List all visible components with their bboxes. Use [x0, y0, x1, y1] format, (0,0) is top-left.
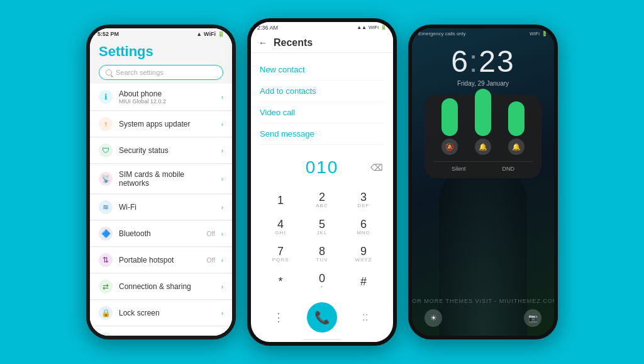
- keypad: 1 2ABC 3DEF 4GHI 5JKL 6MNO 7PQRS 8TUV 9W…: [251, 184, 393, 297]
- settings-list: ℹ About phone MIUI Global 12.0.2 › ↑ Sys…: [90, 84, 232, 336]
- key-7[interactable]: 7PQRS: [260, 241, 301, 268]
- key-4[interactable]: 4GHI: [260, 213, 301, 241]
- settings-item-system[interactable]: ↑ System apps updater ›: [90, 111, 232, 137]
- vol-icon-2: 🔔: [475, 139, 491, 155]
- vol-bar-2[interactable]: [475, 89, 491, 136]
- wifi-arrow: ›: [221, 204, 223, 211]
- vol-mode-silent[interactable]: Silent: [452, 166, 466, 172]
- recents-add-contact[interactable]: Add to contacts: [260, 81, 384, 102]
- key-star[interactable]: *: [260, 268, 301, 295]
- vol-bar-3-wrap: 🔔: [508, 101, 525, 155]
- connection-label: Connection & sharing: [119, 282, 215, 291]
- volume-modes: Silent DND: [433, 161, 533, 172]
- key-6[interactable]: 6MNO: [343, 213, 384, 241]
- number-display: 010 ⌫: [251, 151, 393, 184]
- key-3[interactable]: 3DEF: [343, 186, 384, 213]
- lock-label: Lock screen: [119, 309, 215, 317]
- security-icon: 🛡: [99, 144, 113, 157]
- display-text: Display: [119, 335, 215, 336]
- time-1: 5:52 PM: [97, 31, 119, 37]
- security-label: Security status: [119, 146, 215, 155]
- recents-new-contact[interactable]: New contact: [260, 59, 384, 81]
- settings-item-display[interactable]: ☀ Display ›: [90, 327, 232, 336]
- vol-icon-3: 🔔: [508, 139, 525, 155]
- lock-icon: 🔒: [99, 306, 113, 320]
- dialer-header: ← Recents: [251, 33, 393, 53]
- settings-item-wifi[interactable]: ≋ Wi-Fi ›: [90, 195, 232, 220]
- back-button[interactable]: ←: [258, 38, 267, 48]
- key-2[interactable]: 2ABC: [301, 186, 343, 213]
- lockscreen-bottom: ☀ 📷: [412, 304, 554, 332]
- lock-text: Lock screen: [119, 309, 215, 317]
- lockscreen-torch-icon[interactable]: ☀: [425, 309, 442, 327]
- system-text: System apps updater: [119, 120, 215, 128]
- vol-bar-2-wrap: 🔔: [475, 89, 491, 155]
- bluetooth-icon: 🔷: [99, 227, 113, 241]
- system-label: System apps updater: [119, 120, 215, 128]
- phone-settings: 5:52 PM ▲ WiFi 🔋 Settings Search setting…: [86, 25, 236, 339]
- settings-item-security[interactable]: 🛡 Security status ›: [90, 138, 232, 164]
- settings-item-connection[interactable]: ⇄ Connection & sharing ›: [90, 274, 232, 300]
- wifi-icon: ≋: [99, 200, 113, 214]
- lockscreen-time: 6:23 Friday, 29 January: [412, 39, 554, 89]
- key-0[interactable]: 0+: [301, 268, 343, 295]
- search-box[interactable]: Search settings: [99, 65, 223, 80]
- settings-item-bluetooth[interactable]: 🔷 Bluetooth Off ›: [90, 221, 232, 247]
- about-arrow: ›: [221, 94, 223, 101]
- lockscreen-status-bar: Emergency calls only WiFi 🔋: [412, 28, 554, 39]
- lock-minute: 23: [479, 45, 514, 78]
- vol-icon-1: 🔕: [441, 139, 458, 155]
- key-8[interactable]: 8TUV: [301, 241, 343, 268]
- sim-text: SIM cards & mobile networks: [119, 170, 215, 188]
- vol-bar-1-wrap: 🔕: [441, 98, 458, 155]
- about-text: About phone MIUI Global 12.0.2: [119, 89, 215, 105]
- about-sublabel: MIUI Global 12.0.2: [119, 98, 215, 105]
- sim-arrow: ›: [221, 176, 223, 183]
- settings-item-lock[interactable]: 🔒 Lock screen ›: [90, 300, 232, 326]
- settings-item-sim[interactable]: 📡 SIM cards & mobile networks ›: [90, 164, 232, 194]
- hotspot-value: Off: [207, 257, 215, 264]
- search-placeholder: Search settings: [116, 69, 164, 76]
- key-hash[interactable]: #: [343, 268, 384, 295]
- settings-item-hotspot[interactable]: ⇅ Portable hotspot Off ›: [90, 247, 232, 273]
- dialer-menu-button[interactable]: ⋮: [269, 308, 288, 327]
- watermark: FOR MORE THEMES VISIT - MIUITHEMEZ.COM: [412, 298, 554, 304]
- sim-label: SIM cards & mobile networks: [119, 170, 215, 188]
- emergency-text: Emergency calls only: [418, 31, 466, 37]
- status-bar-2: 2:36 AM ▲▲ WiFi 🔋: [251, 22, 393, 33]
- security-arrow: ›: [221, 147, 223, 154]
- recents-video-call[interactable]: Video call: [260, 102, 384, 123]
- time-2: 2:36 AM: [257, 25, 278, 31]
- lockscreen: Emergency calls only WiFi 🔋 6:23 Friday,…: [412, 28, 554, 336]
- status-icons-1: ▲ WiFi 🔋: [196, 31, 225, 37]
- settings-item-about[interactable]: ℹ About phone MIUI Global 12.0.2 ›: [90, 84, 232, 111]
- status-icons-2: ▲▲ WiFi 🔋: [357, 25, 387, 31]
- recents-send-message[interactable]: Send message: [260, 123, 384, 145]
- system-icon: ↑: [99, 117, 113, 131]
- sim-icon: 📡: [99, 172, 113, 186]
- dialer-title: Recents: [274, 37, 313, 48]
- key-9[interactable]: 9WXYZ: [343, 241, 384, 268]
- call-button[interactable]: 📞: [307, 302, 337, 333]
- dialer-extra-button[interactable]: ⁚⁚: [356, 308, 375, 327]
- hotspot-label: Portable hotspot: [119, 256, 201, 264]
- vol-bar-3[interactable]: [508, 101, 525, 136]
- hotspot-text: Portable hotspot: [119, 256, 201, 264]
- about-label: About phone: [119, 89, 215, 98]
- dialer-screen: 2:36 AM ▲▲ WiFi 🔋 ← Recents New contact …: [251, 22, 393, 342]
- lockscreen-camera-icon[interactable]: 📷: [524, 309, 541, 327]
- wifi-label: Wi-Fi: [119, 203, 215, 212]
- key-1[interactable]: 1: [260, 186, 301, 213]
- settings-screen: 5:52 PM ▲ WiFi 🔋 Settings Search setting…: [90, 28, 232, 336]
- connection-icon: ⇄: [99, 280, 113, 293]
- vol-mode-dnd[interactable]: DND: [502, 166, 514, 172]
- delete-button[interactable]: ⌫: [370, 162, 384, 173]
- bluetooth-arrow: ›: [221, 230, 223, 237]
- status-bar-1: 5:52 PM ▲ WiFi 🔋: [90, 28, 232, 40]
- key-5[interactable]: 5JKL: [301, 213, 343, 241]
- lock-arrow: ›: [221, 310, 223, 317]
- wifi-text: Wi-Fi: [119, 203, 215, 212]
- volume-bars-container: 🔕 🔔 🔔: [433, 105, 533, 155]
- vol-bar-1[interactable]: [441, 98, 458, 136]
- hotspot-arrow: ›: [221, 257, 223, 264]
